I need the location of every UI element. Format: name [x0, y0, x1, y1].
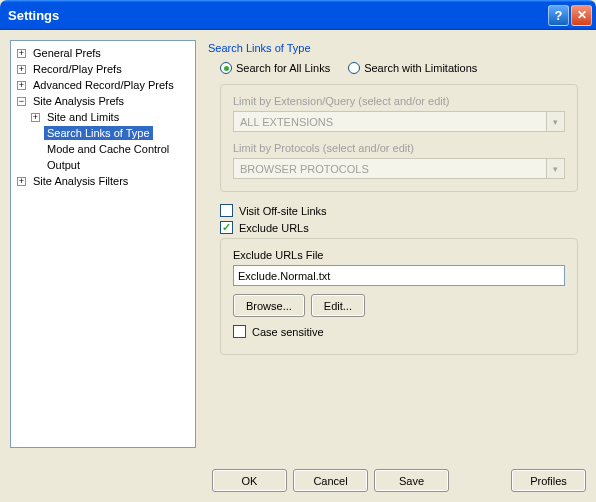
tree-item[interactable]: +Site Analysis Filters — [13, 173, 193, 189]
chevron-down-icon: ▾ — [547, 111, 565, 132]
exclude-file-input[interactable] — [233, 265, 565, 286]
radio-dot-icon — [220, 62, 232, 74]
tree-item[interactable]: +Record/Play Prefs — [13, 61, 193, 77]
save-button[interactable]: Save — [374, 469, 449, 492]
tree-item-label: Advanced Record/Play Prefs — [30, 78, 177, 92]
tree-item[interactable]: Mode and Cache Control — [27, 141, 193, 157]
tree-expander-icon[interactable]: + — [31, 113, 40, 122]
tree-item[interactable]: +General Prefs — [13, 45, 193, 61]
panel-title: Search Links of Type — [208, 42, 586, 54]
settings-tree[interactable]: +General Prefs+Record/Play Prefs+Advance… — [10, 40, 196, 448]
tree-expander-icon[interactable]: + — [17, 49, 26, 58]
tree-expander-icon[interactable]: + — [17, 177, 26, 186]
tree-item-label: Output — [44, 158, 83, 172]
cancel-button[interactable]: Cancel — [293, 469, 368, 492]
ext-combo: ▾ — [233, 111, 565, 132]
checkbox-label: Exclude URLs — [239, 222, 309, 234]
browse-button[interactable]: Browse... — [233, 294, 305, 317]
profiles-button[interactable]: Profiles — [511, 469, 586, 492]
proto-combo: ▾ — [233, 158, 565, 179]
ext-input — [233, 111, 547, 132]
tree-item[interactable]: +Advanced Record/Play Prefs — [13, 77, 193, 93]
tree-item-label: Record/Play Prefs — [30, 62, 125, 76]
limits-group: Limit by Extension/Query (select and/or … — [220, 84, 578, 192]
tree-item[interactable]: Output — [27, 157, 193, 173]
tree-item-label: Site and Limits — [44, 110, 122, 124]
tree-item[interactable]: +Site and Limits — [27, 109, 193, 125]
checkbox-label: Visit Off-site Links — [239, 205, 327, 217]
close-button[interactable]: ✕ — [571, 5, 592, 26]
checkbox-label: Case sensitive — [252, 326, 324, 338]
tree-expander-icon[interactable]: + — [17, 65, 26, 74]
ok-button[interactable]: OK — [212, 469, 287, 492]
visit-offsite-checkbox[interactable]: Visit Off-site Links — [220, 204, 578, 217]
proto-input — [233, 158, 547, 179]
tree-item-label: General Prefs — [30, 46, 104, 60]
radio-label: Search for All Links — [236, 62, 330, 74]
tree-item-label: Site Analysis Prefs — [30, 94, 127, 108]
tree-item[interactable]: Search Links of Type — [27, 125, 193, 141]
edit-button[interactable]: Edit... — [311, 294, 365, 317]
exclude-urls-checkbox[interactable]: ✓ Exclude URLs — [220, 221, 578, 234]
checkbox-icon: ✓ — [220, 221, 233, 234]
window-title: Settings — [8, 8, 546, 23]
titlebar: Settings ? ✕ — [0, 0, 596, 30]
checkbox-icon — [220, 204, 233, 217]
ext-label: Limit by Extension/Query (select and/or … — [233, 95, 565, 107]
radio-dot-icon — [348, 62, 360, 74]
exclude-file-label: Exclude URLs File — [233, 249, 565, 261]
radio-search-all[interactable]: Search for All Links — [220, 62, 330, 74]
tree-item-label: Mode and Cache Control — [44, 142, 172, 156]
dialog-footer: OK Cancel Save Profiles — [10, 469, 586, 492]
checkbox-icon — [233, 325, 246, 338]
tree-expander-icon[interactable]: − — [17, 97, 26, 106]
tree-item[interactable]: −Site Analysis Prefs — [13, 93, 193, 109]
tree-item-label: Site Analysis Filters — [30, 174, 131, 188]
tree-expander-icon[interactable]: + — [17, 81, 26, 90]
tree-item-label: Search Links of Type — [44, 126, 153, 140]
exclude-group: Exclude URLs File Browse... Edit... Case… — [220, 238, 578, 355]
radio-search-limitations[interactable]: Search with Limitations — [348, 62, 477, 74]
case-sensitive-checkbox[interactable]: Case sensitive — [233, 325, 565, 338]
radio-label: Search with Limitations — [364, 62, 477, 74]
settings-panel: Search Links of Type Search for All Link… — [204, 40, 586, 448]
proto-label: Limit by Protocols (select and/or edit) — [233, 142, 565, 154]
chevron-down-icon: ▾ — [547, 158, 565, 179]
help-button[interactable]: ? — [548, 5, 569, 26]
